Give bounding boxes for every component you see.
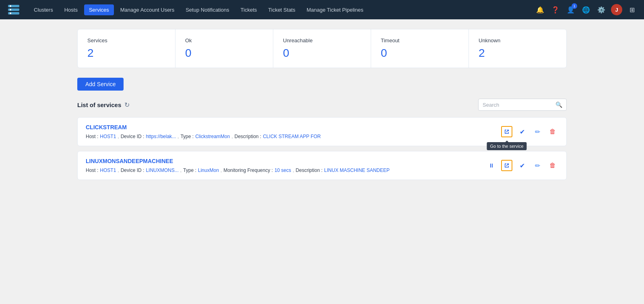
list-header: List of services ↻ 🔍 — [77, 99, 567, 111]
service-info: LINUXMONSANDEEPMACHINEE Host : HOST1 , D… — [86, 158, 486, 173]
user-circle-icon[interactable]: 👤 1 — [565, 4, 576, 15]
goto-tooltip-container: Go to the service — [501, 126, 512, 137]
refresh-icon[interactable]: ↻ — [124, 101, 130, 109]
stat-label-timeout: Timeout — [381, 37, 459, 43]
edit-button[interactable]: ✏ — [532, 126, 543, 137]
search-icon: 🔍 — [555, 101, 562, 108]
stat-label-ok: Ok — [185, 37, 263, 43]
delete-button[interactable]: 🗑 — [547, 126, 558, 137]
search-input[interactable] — [483, 102, 553, 108]
stat-label-unreachable: Unreachable — [283, 37, 361, 43]
nav-link-clusters[interactable]: Clusters — [29, 4, 58, 15]
help-icon[interactable]: ❓ — [550, 4, 561, 15]
stat-label-unknown: Unknown — [479, 37, 557, 43]
search-box: 🔍 — [478, 99, 567, 111]
settings-icon[interactable]: ⚙️ — [596, 4, 607, 15]
logo — [6, 2, 21, 17]
stat-value-ok: 0 — [185, 47, 263, 60]
service-info: CLICKSTREAM Host : HOST1 , Device ID : h… — [86, 124, 501, 139]
nav-link-manage-account-users[interactable]: Manage Account Users — [116, 4, 179, 15]
svg-point-4 — [10, 9, 11, 10]
pause-button[interactable]: ⏸ — [486, 160, 497, 171]
nav-links: ClustersHostsServicesManage Account User… — [29, 4, 531, 15]
stats-row: Services 2 Ok 0 Unreachable 0 Timeout 0 … — [77, 29, 567, 68]
stat-card-unreachable: Unreachable 0 — [273, 29, 371, 68]
service-actions: ⏸ ✔ ✏ 🗑 — [486, 160, 558, 171]
nav-link-tickets[interactable]: Tickets — [236, 4, 262, 15]
goto-service-button[interactable] — [501, 160, 512, 171]
grid-icon[interactable]: ⊞ — [626, 4, 638, 15]
list-title-area: List of services ↻ — [77, 101, 130, 109]
stat-card-services: Services 2 — [78, 29, 175, 68]
navbar-icons: 🔔 ❓ 👤 1 🌐 ⚙️ J ⊞ — [535, 4, 638, 15]
nav-link-services[interactable]: Services — [84, 4, 114, 15]
notification-badge: 1 — [572, 3, 577, 9]
avatar[interactable]: J — [611, 4, 622, 15]
service-name[interactable]: LINUXMONSANDEEPMACHINEE — [86, 158, 486, 164]
service-name[interactable]: CLICKSTREAM — [86, 124, 501, 130]
stat-card-unknown: Unknown 2 — [469, 29, 566, 68]
stat-value-services: 2 — [87, 47, 165, 60]
main-content: Services 2 Ok 0 Unreachable 0 Timeout 0 … — [0, 19, 644, 304]
globe-icon[interactable]: 🌐 — [580, 4, 592, 15]
service-meta: Host : HOST1 , Device ID : LINUXMONS... … — [86, 168, 486, 173]
list-title: List of services — [77, 101, 121, 108]
stat-value-timeout: 0 — [381, 47, 459, 60]
nav-link-manage-ticket-pipelines[interactable]: Manage Ticket Pipelines — [302, 4, 368, 15]
navbar: ClustersHostsServicesManage Account User… — [0, 0, 644, 19]
stat-value-unreachable: 0 — [283, 47, 361, 60]
bell-icon[interactable]: 🔔 — [535, 4, 546, 15]
edit-button[interactable]: ✏ — [532, 160, 543, 171]
delete-button[interactable]: 🗑 — [547, 160, 558, 171]
stat-card-ok: Ok 0 — [175, 29, 273, 68]
nav-link-setup-notifications[interactable]: Setup Notifications — [181, 4, 234, 15]
check-button[interactable]: ✔ — [516, 160, 528, 171]
stat-label-services: Services — [87, 37, 165, 43]
check-button[interactable]: ✔ — [516, 126, 528, 137]
stat-value-unknown: 2 — [479, 47, 557, 60]
service-meta: Host : HOST1 , Device ID : https://belak… — [86, 134, 501, 139]
nav-link-hosts[interactable]: Hosts — [60, 4, 83, 15]
service-card-clickstream: CLICKSTREAM Host : HOST1 , Device ID : h… — [77, 117, 567, 146]
stat-card-timeout: Timeout 0 — [371, 29, 469, 68]
service-actions: Go to the service ✔ ✏ 🗑 — [501, 126, 558, 137]
goto-service-button[interactable] — [501, 126, 512, 137]
service-card-linuxmonsandeepmachinee: LINUXMONSANDEEPMACHINEE Host : HOST1 , D… — [77, 151, 567, 180]
goto-tooltip: Go to the service — [487, 142, 526, 150]
nav-link-ticket-stats[interactable]: Ticket Stats — [263, 4, 300, 15]
service-list: CLICKSTREAM Host : HOST1 , Device ID : h… — [77, 117, 567, 180]
svg-point-5 — [10, 12, 11, 14]
svg-point-3 — [10, 5, 11, 7]
add-service-button[interactable]: Add Service — [77, 78, 124, 91]
